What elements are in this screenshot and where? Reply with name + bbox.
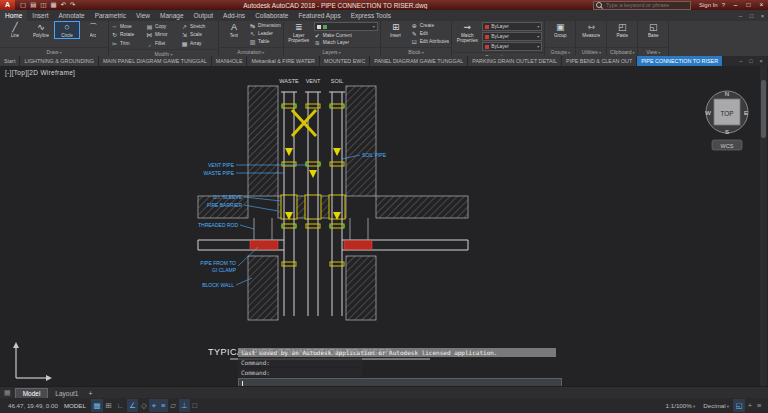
status-toggle-icon[interactable]: ▱ (168, 399, 179, 412)
status-toggle-icon[interactable]: ◇ (138, 399, 149, 412)
file-tab[interactable]: Start (0, 56, 20, 66)
annotation-tool-button[interactable]: ↹ Dimension (249, 22, 281, 29)
bylayer-dropdown[interactable]: ByLayer (482, 32, 542, 41)
status-toggle-icon[interactable]: ⊥ (179, 399, 191, 412)
panel-label-annotation[interactable]: Annotation (219, 47, 283, 56)
ribbon-tab[interactable]: Collaborate (250, 10, 293, 21)
quick-access-icon[interactable]: ▢ (20, 0, 26, 10)
file-tab[interactable]: PIPE CONNECTION TO RISER (637, 56, 723, 66)
doc-close-button[interactable]: × (757, 13, 768, 19)
draw-tool-button[interactable]: ○ Circle (55, 22, 79, 38)
draw-tool-button[interactable]: ⌒ Arc (81, 22, 105, 38)
file-tab[interactable]: LIGHTNING & GROUNDING (20, 56, 98, 66)
layer-tool-button[interactable]: ≋ Match Layer (314, 39, 378, 46)
insert-block-button[interactable]: ⊞ Insert (384, 22, 408, 38)
layout-tab[interactable]: Layout1 (48, 388, 85, 399)
ribbon-tab[interactable]: Featured Apps (293, 10, 345, 21)
quick-access-icon[interactable]: ◫ (40, 0, 46, 10)
filetab-minimize-button[interactable]: – (736, 58, 746, 64)
measure-button[interactable]: ⇿ Measure (579, 22, 603, 38)
modify-tool-button[interactable]: ✂ Trim (111, 39, 146, 48)
cross-fitting[interactable] (292, 110, 316, 136)
modify-tool-button[interactable]: ↻ Rotate (111, 31, 146, 40)
modify-tool-button[interactable]: ⇲ Scale (181, 31, 216, 40)
doc-minimize-button[interactable]: – (735, 13, 746, 19)
modify-tool-button[interactable]: ▦ Array (181, 39, 216, 48)
ribbon-tab[interactable]: View (131, 10, 155, 21)
minimize-button[interactable]: – (729, 0, 742, 10)
file-tab[interactable]: PIPE BEND & CLEAN OUT (562, 56, 637, 66)
search-input[interactable] (604, 1, 688, 9)
ucs-icon[interactable] (13, 342, 52, 381)
bylayer-dropdown[interactable]: ByLayer (482, 42, 542, 51)
file-tab[interactable]: MANHOLE (212, 56, 248, 66)
filetab-close-button[interactable]: × (756, 58, 766, 64)
panel-label-groups[interactable]: Groups (545, 47, 575, 56)
panel-label-block[interactable]: Block (381, 47, 452, 56)
layout-tab[interactable]: Model (15, 388, 49, 399)
vertical-scrollbar[interactable] (759, 66, 767, 386)
status-toggle-icon[interactable]: □ (190, 399, 200, 412)
model-space-indicator[interactable]: MODEL (64, 402, 86, 409)
quick-access-icon[interactable]: ↷ (70, 0, 75, 10)
file-tab[interactable]: PARKING DRAIN OUTLET DETAIL (468, 56, 562, 66)
ribbon-tab[interactable]: Express Tools (346, 10, 396, 21)
riser-top-labels[interactable]: WASTE VENT SOIL (279, 78, 343, 84)
annotation-scale[interactable]: 1:1/100% (666, 402, 696, 409)
scrollbar-thumb[interactable] (761, 80, 766, 138)
ribbon-tab[interactable]: Add-ins (218, 10, 250, 21)
quick-access-icon[interactable]: ▤ (30, 0, 36, 10)
match-properties-button[interactable]: ⇝ Match Properties (455, 22, 479, 43)
block-tool-button[interactable]: ⊡ Edit Attributes (411, 38, 450, 45)
layout-grid-icon[interactable]: ▦ (4, 389, 11, 397)
block-tool-button[interactable]: ✎ Edit (411, 30, 450, 37)
help-icon[interactable]: ? (722, 2, 725, 8)
layer-properties-button[interactable]: ≣ Layer Properties (287, 22, 311, 43)
ribbon-tab[interactable]: Annotate (54, 10, 90, 21)
status-toggle-icon[interactable]: ∟ (114, 399, 126, 412)
units-selector[interactable]: Decimal (703, 402, 729, 409)
modify-tool-button[interactable]: ⋈ Mirror (146, 31, 181, 40)
model-space-canvas[interactable]: WASTE VENT SOIL VENT PIPE WASTE PIPE SOI… (0, 66, 768, 386)
block-tool-button[interactable]: ⊕ Create (411, 22, 450, 29)
panel-label-view[interactable]: View (638, 47, 668, 56)
file-tab[interactable]: PANEL DIAGRAM GAWE TUNGGAL (370, 56, 468, 66)
status-tool-icon[interactable]: ≡ (755, 399, 764, 412)
quick-access-icon[interactable]: ↶ (61, 0, 66, 10)
branch-pipes[interactable] (198, 240, 468, 250)
panel-label-clipboard[interactable]: Clipboard (607, 47, 637, 56)
doc-restore-button[interactable]: □ (746, 13, 757, 19)
file-tab[interactable]: Mekanikal & FIRE WATER (247, 56, 320, 66)
layer-tool-button[interactable]: ✔ Make Current (314, 32, 378, 39)
file-tab[interactable]: MOUNTED EWC (320, 56, 370, 66)
status-toggle-icon[interactable]: ≡ (158, 399, 167, 412)
status-toggle-icon[interactable]: ∠ (127, 399, 139, 412)
modify-tool-button[interactable]: ↔ Move (111, 22, 146, 31)
filetab-restore-button[interactable]: □ (746, 58, 756, 64)
panel-label-draw[interactable]: Draw (0, 47, 108, 56)
viewport-controls[interactable]: [-][Top][2D Wireframe] (5, 69, 75, 76)
group-button[interactable]: ▣ Group (548, 22, 572, 38)
status-toggle-icon[interactable]: ⌖ (149, 399, 158, 412)
annotation-tool-button[interactable]: ▥ Table (249, 38, 281, 45)
paste-button[interactable]: ◰ Paste (610, 22, 634, 38)
autocad-logo-icon[interactable]: A (0, 0, 15, 10)
draw-tool-button[interactable]: ∿ Polyline (29, 22, 53, 38)
ribbon-tab[interactable]: Parametric (90, 10, 131, 21)
add-layout-button[interactable]: + (88, 390, 92, 397)
layer-select[interactable] (314, 22, 378, 31)
ribbon-tab[interactable]: Insert (27, 10, 53, 21)
annotation-tool-button[interactable]: ↖ Leader (249, 30, 281, 37)
draw-tool-button[interactable]: ╱ Line (3, 22, 27, 38)
panel-label-layers[interactable]: Layers (284, 47, 380, 56)
threaded-rods[interactable] (254, 218, 368, 240)
viewcube[interactable]: TOP N S W E WCS (705, 91, 748, 150)
status-toggle-icon[interactable]: ⊞ (103, 399, 114, 412)
pipe-clamps[interactable] (250, 241, 372, 250)
ribbon-tab[interactable]: Output (189, 10, 219, 21)
bylayer-dropdown[interactable]: ByLayer (482, 22, 542, 31)
pipe-couplings[interactable] (282, 104, 344, 266)
ribbon-tab[interactable]: Home (0, 10, 27, 21)
status-tool-icon[interactable]: + (745, 399, 754, 412)
sign-in-button[interactable]: Sign In (699, 2, 718, 8)
